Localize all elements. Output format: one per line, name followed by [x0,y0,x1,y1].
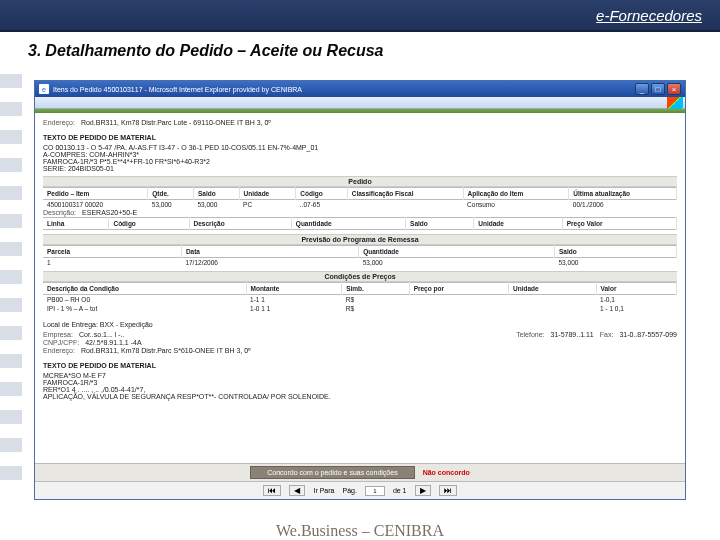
remessa-table: ParcelaDataQuantidadeSaldo117/12/200653,… [43,245,677,267]
pedido-subtable: LinhaCódigoDescriçãoQuantidadeSaldoUnida… [43,217,677,230]
browser-window: e Itens do Pedido 4500103117 - Microsoft… [34,80,686,500]
column-header: Unidade [474,218,562,230]
ie-toolbar [35,97,685,109]
texto-pedido2-body: MCREA*SO M-E F7FAMROCA-1R/*3RER*O1 4 . .… [43,372,677,400]
table-cell: R$ [342,295,409,305]
text-line: FAMROCA-1R/*3 P*5.E**4*+FR-10 FR*SI*6+40… [43,158,677,165]
column-header: Descrição [189,218,291,230]
window-titlebar[interactable]: e Itens do Pedido 4500103117 - Microsoft… [35,81,685,97]
table-cell: 53,000 [359,258,555,268]
slide-header-text: e-Fornecedores [596,7,702,24]
table-cell [509,304,597,313]
slide-title: 3. Detalhamento do Pedido – Aceite ou Re… [0,32,720,66]
column-header: Linha [43,218,109,230]
table-cell: 53,000 [193,200,239,210]
ie-icon: e [39,84,49,94]
texto-pedido-body: CO 00130.13 - O 5-47 /PA. A/-AS.FT I3-47… [43,144,677,172]
column-header: Montante [246,283,342,295]
slide-footer: We.Business – CENIBRA [0,518,720,540]
endereco-label: Endereço: [43,119,75,126]
sidebar-decoration [0,60,22,490]
remessa-band: Previsão do Programa de Remessa [43,234,677,245]
column-header: Saldo [406,218,474,230]
column-header: Valor [596,283,676,295]
column-header: Saldo [193,188,239,200]
table-cell [409,304,508,313]
page-total: de 1 [393,487,407,494]
table-cell: PB00 – RH O0 [43,295,246,305]
maximize-button[interactable]: □ [651,83,665,95]
column-header: Simb. [342,283,409,295]
text-line: SERIE: 204BIDS05-01 [43,165,677,172]
table-cell [347,200,463,210]
local-entrega-body: Empresa:Cor..so.1... l -..Telefone:31-57… [43,331,677,354]
next-page-button[interactable]: ▶ [415,485,431,496]
column-header: Quantidade [359,246,555,258]
text-line: MCREA*SO M-E F7 [43,372,677,379]
column-header: Quantidade [291,218,405,230]
table-cell: 1 [43,258,181,268]
slide-header: e-Fornecedores [0,0,720,32]
column-header: Saldo [554,246,676,258]
detail-row: CNPJ/CPF:42/.5*8.91.1.1 -4A [43,339,677,346]
last-page-button[interactable]: ⏭ [439,485,457,496]
pedido-table: Pedido – ItemQtde.SaldoUnidadeCódigoClas… [43,187,677,209]
pedido-desc-label: Descrição: [43,209,76,216]
page-input[interactable] [365,486,385,496]
text-line: RER*O1 4 . .... , .. ,/0.05-4-41/*7, [43,386,677,393]
detail-row: Endereço:Rod.BR311, Km78 Distr.Parc S*61… [43,347,677,354]
table-cell: R$ [342,304,409,313]
table-cell [409,295,508,305]
action-bar: Concordo com o pedido e suas condições N… [35,463,685,481]
pedido-desc: ESERAS20+50-E [82,209,137,216]
minimize-button[interactable]: _ [635,83,649,95]
texto-pedido-title: TEXTO DE PEDIDO DE MATERIAL [43,134,677,141]
column-header: Descrição da Condição [43,283,246,295]
column-header: Aplicação do Item [463,188,569,200]
column-header: Unidade [509,283,597,295]
table-cell: PC [239,200,296,210]
accept-button[interactable]: Concordo com o pedido e suas condições [250,466,414,479]
column-header: Unidade [239,188,296,200]
column-header: Preço Valor [562,218,676,230]
text-line: A-COMPRES: COM-AHRIN*3* [43,151,677,158]
slide-number: 3. [28,42,41,59]
endereco-value: Rod.BR311, Km78 Distr.Parc Lote - 69110-… [81,119,271,126]
condicoes-table: Descrição da CondiçãoMontanteSimb.Preço … [43,282,677,313]
table-cell: 1 - 1 0,1 [596,304,676,313]
text-line: FAMROCA-1R/*3 [43,379,677,386]
goto-label: Ir Para [313,487,334,494]
column-header: Classificação Fiscal [347,188,463,200]
table-cell: ..07-65 [296,200,347,210]
prev-page-button[interactable]: ◀ [289,485,305,496]
local-entrega-title: Local de Entrega: BXX - Expedição [43,321,677,328]
column-header: Pedido – Item [43,188,148,200]
column-header: Preço por [409,283,508,295]
column-header: Código [296,188,347,200]
table-cell [509,295,597,305]
column-header: Código [109,218,189,230]
windows-logo-icon [667,97,683,109]
slide-title-text: Detalhamento do Pedido – Aceite ou Recus… [45,42,383,59]
first-page-button[interactable]: ⏮ [263,485,281,496]
column-header: Data [181,246,358,258]
table-cell: 17/12/2006 [181,258,358,268]
table-cell: 1-0,1 [596,295,676,305]
table-cell: IPI - 1 % – A – tot [43,304,246,313]
text-line: APLICAÇÃO, VÁLVULA DE SEGURANÇA RESP*OT*… [43,393,677,400]
condicoes-band: Condições de Preços [43,271,677,282]
page-content: Endereço:Rod.BR311, Km78 Distr.Parc Lote… [35,113,685,463]
detail-row: Empresa:Cor..so.1... l -..Telefone:31-57… [43,331,677,338]
table-cell: 1-0 1 1 [246,304,342,313]
table-cell: 00/1./2006 [569,200,677,210]
column-header: Qtde. [148,188,194,200]
pagination-bar: ⏮ ◀ Ir Para Pág. de 1 ▶ ⏭ [35,481,685,499]
close-button[interactable]: × [667,83,681,95]
text-line: CO 00130.13 - O 5-47 /PA. A/-AS.FT I3-47… [43,144,677,151]
table-cell: 53,000 [148,200,194,210]
texto-pedido2-title: TEXTO DE PEDIDO DE MATERIAL [43,362,677,369]
window-title: Itens do Pedido 4500103117 - Microsoft I… [53,86,302,93]
reject-link[interactable]: Não concordo [423,469,470,476]
table-cell: 4500100317 00020 [43,200,148,210]
column-header: Última atualização [569,188,677,200]
